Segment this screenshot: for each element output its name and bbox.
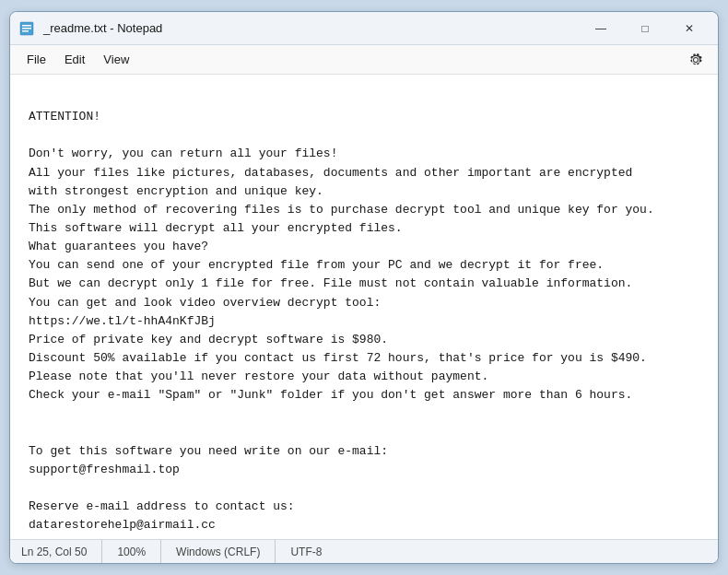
svg-rect-3 xyxy=(22,30,29,32)
title-bar-controls: — □ ✕ xyxy=(580,15,710,42)
maximize-button[interactable]: □ xyxy=(624,15,666,42)
window-title: _readme.txt - Notepad xyxy=(43,21,580,35)
content-area: STOPCOM ATTENTION! Don't worry, you can … xyxy=(10,75,718,539)
menu-file[interactable]: File xyxy=(18,49,55,70)
main-text: ATTENTION! Don't worry, you can return a… xyxy=(29,110,654,539)
title-bar: _readme.txt - Notepad — □ ✕ xyxy=(10,12,718,45)
settings-button[interactable] xyxy=(681,47,710,73)
close-button[interactable]: ✕ xyxy=(668,15,710,42)
status-encoding: UTF-8 xyxy=(276,540,336,563)
notepad-window: _readme.txt - Notepad — □ ✕ File Edit Vi… xyxy=(9,11,719,564)
svg-rect-2 xyxy=(22,28,31,29)
status-position: Ln 25, Col 50 xyxy=(21,540,102,563)
menu-bar: File Edit View xyxy=(10,45,718,75)
text-content[interactable]: ATTENTION! Don't worry, you can return a… xyxy=(10,75,718,539)
menu-edit[interactable]: Edit xyxy=(55,49,94,70)
status-zoom: 100% xyxy=(102,540,161,563)
svg-rect-1 xyxy=(22,25,31,27)
status-line-ending: Windows (CRLF) xyxy=(161,540,276,563)
menu-view[interactable]: View xyxy=(94,49,138,70)
status-bar: Ln 25, Col 50 100% Windows (CRLF) UTF-8 xyxy=(10,539,718,563)
app-icon xyxy=(18,19,36,38)
minimize-button[interactable]: — xyxy=(580,15,622,42)
